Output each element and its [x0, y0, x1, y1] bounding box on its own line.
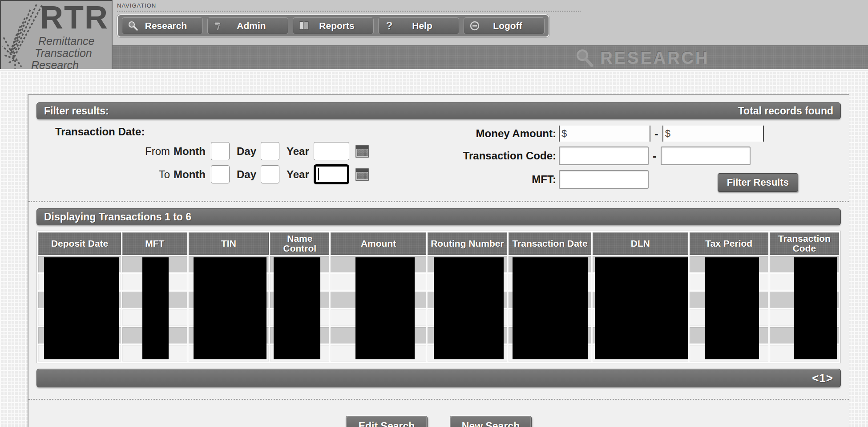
redacted-cell — [509, 309, 591, 326]
column-header-amount: Amount — [331, 232, 426, 255]
redacted-cell — [38, 292, 121, 308]
research-banner: RESEARCH — [113, 45, 868, 69]
nav-button-bar: Research Admin Reports — [117, 14, 549, 37]
redacted-cell — [428, 274, 507, 290]
redacted-cell — [770, 274, 839, 290]
redacted-cell — [122, 292, 187, 308]
bottom-actions: Edit Search New Search — [36, 416, 841, 427]
to-day-input[interactable] — [261, 165, 279, 183]
date-to-row: ToMonth Day Year — [36, 164, 459, 184]
filter-results-button[interactable]: Filter Results — [718, 173, 798, 192]
nav-button-research[interactable]: Research — [122, 17, 203, 34]
redacted-cell — [189, 345, 269, 362]
redacted-cell — [122, 256, 187, 272]
redacted-cell — [270, 309, 329, 326]
logo-acronym: RTR — [40, 1, 109, 35]
transaction-date-label: Transaction Date: — [55, 126, 459, 138]
month-label: Month — [174, 145, 206, 157]
calendar-icon[interactable] — [355, 144, 369, 158]
filter-results-title: Filter results: — [44, 105, 109, 117]
section-separator — [28, 201, 849, 202]
magnifier-icon — [575, 49, 594, 67]
redacted-cell — [690, 327, 768, 344]
column-header-dln: DLN — [593, 232, 688, 255]
year-label: Year — [287, 145, 309, 158]
nav-button-admin[interactable]: Admin — [207, 17, 288, 34]
tools-icon — [212, 20, 225, 31]
table-row — [38, 274, 839, 290]
from-day-input[interactable] — [261, 142, 279, 160]
transaction-code-label: Transaction Code: — [459, 150, 556, 162]
money-amount-to-input[interactable] — [662, 126, 764, 142]
redacted-cell — [331, 309, 426, 326]
redacted-cell — [509, 256, 591, 272]
edit-search-button[interactable]: Edit Search — [346, 416, 427, 427]
redacted-cell — [770, 256, 839, 272]
redacted-cell — [770, 327, 839, 344]
page-1-link[interactable]: <1> — [812, 371, 833, 385]
redacted-cell — [331, 274, 426, 290]
from-year-input[interactable] — [314, 142, 349, 160]
mft-label: MFT: — [459, 173, 556, 186]
redacted-cell — [270, 274, 329, 290]
redacted-cell — [270, 345, 329, 362]
column-header-deposit-date: Deposit Date — [38, 232, 121, 255]
table-header-row: Deposit Date MFT TIN Name Control Amount… — [38, 232, 839, 255]
filter-header-bar: Filter results: Total records found — [36, 102, 841, 119]
to-month-input[interactable] — [211, 165, 230, 183]
redacted-cell — [189, 309, 269, 326]
nav-button-reports[interactable]: Reports — [293, 17, 374, 34]
redacted-cell — [189, 292, 269, 308]
redacted-cell — [593, 274, 688, 290]
redacted-cell — [428, 327, 507, 344]
money-amount-from-input[interactable] — [559, 126, 650, 142]
magnifier-icon — [127, 20, 139, 31]
nav-button-help[interactable]: ? Help — [378, 17, 459, 34]
redacted-cell — [509, 345, 591, 362]
table-row — [38, 309, 839, 326]
redacted-cell — [509, 327, 591, 344]
redacted-cell — [270, 256, 329, 272]
transaction-code-to-input[interactable] — [661, 146, 751, 165]
money-amount-label: Money Amount: — [459, 127, 556, 140]
redacted-cell — [331, 256, 426, 272]
redacted-cell — [770, 292, 839, 308]
redacted-cell — [189, 274, 269, 290]
redacted-cell — [38, 327, 121, 344]
column-header-mft: MFT — [122, 232, 187, 255]
column-header-tin: TIN — [189, 232, 269, 255]
transaction-code-from-input[interactable] — [559, 146, 649, 165]
redacted-cell — [122, 309, 187, 326]
redacted-cell — [428, 256, 507, 272]
from-month-input[interactable] — [211, 142, 230, 160]
from-label: From — [145, 145, 170, 157]
logo-line-3: Research — [31, 59, 79, 72]
section-separator — [28, 399, 849, 400]
redacted-cell — [189, 327, 269, 344]
to-year-input-focused[interactable] — [314, 164, 349, 184]
logo-line-1: Remittance — [38, 35, 94, 48]
redacted-cell — [122, 345, 187, 362]
redacted-cell — [690, 256, 768, 272]
displaying-transactions-bar: Displaying Transactions 1 to 6 — [36, 208, 841, 225]
table-row — [38, 327, 839, 344]
results-tbody — [38, 256, 839, 362]
month-label: Month — [174, 168, 206, 180]
redacted-cell — [122, 327, 187, 344]
displaying-transactions-label: Displaying Transactions 1 to 6 — [44, 211, 191, 223]
mft-input[interactable] — [559, 170, 649, 189]
pagination-bar: <1> — [36, 369, 841, 387]
results-table-wrap: Deposit Date MFT TIN Name Control Amount… — [36, 231, 841, 363]
redacted-cell — [38, 345, 121, 362]
range-separator: - — [654, 127, 658, 141]
redacted-cell — [690, 274, 768, 290]
new-search-button[interactable]: New Search — [450, 416, 531, 427]
navigation-area: NAVIGATION Research Admin — [113, 0, 868, 45]
main-panel: Filter results: Total records found Tran… — [28, 94, 849, 427]
nav-button-logoff[interactable]: Logoff — [464, 17, 545, 34]
redacted-cell — [38, 256, 121, 272]
redacted-cell — [593, 292, 688, 308]
calendar-icon[interactable] — [355, 167, 369, 181]
redacted-cell — [509, 292, 591, 308]
redacted-cell — [593, 309, 688, 326]
